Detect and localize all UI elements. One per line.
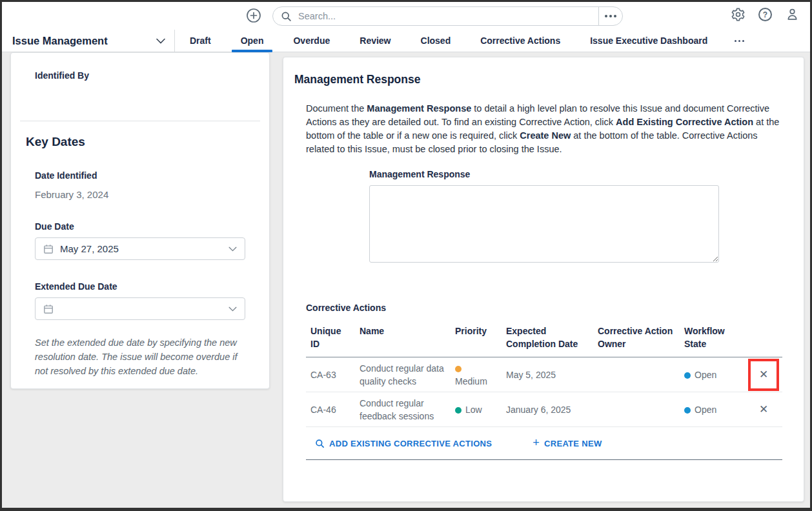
tabbar: Issue Management DraftOpenOverdueReviewC… [2, 30, 810, 52]
column-header-corrective-action-owner: Corrective Action Owner [598, 325, 684, 350]
app-window: ? Issue Management DraftOpenOverdueRevie… [0, 0, 812, 511]
search-icon [315, 439, 325, 448]
extended-due-date-label: Extended Due Date [35, 281, 269, 292]
app-menu-label: Issue Management [12, 35, 108, 47]
cell-name: Conduct regular data quality checks [360, 362, 455, 388]
panel-title: Management Response [294, 73, 781, 86]
add-button[interactable] [246, 8, 261, 23]
add-existing-label: ADD EXISTING CORRECTIVE ACTIONS [329, 439, 492, 448]
gear-icon [731, 7, 746, 22]
account-button[interactable] [785, 7, 800, 22]
tab-overdue[interactable]: Overdue [284, 30, 339, 52]
tab-review[interactable]: Review [350, 30, 400, 52]
extended-due-date-help-text: Set the extended due date by specifying … [35, 336, 251, 378]
search-icon [281, 11, 292, 22]
corrective-actions-table: Unique IDNamePriorityExpected Completion… [306, 321, 782, 460]
tab-overflow-button[interactable] [728, 30, 751, 52]
tab-issue-executive-dashboard[interactable]: Issue Executive Dashboard [581, 30, 716, 52]
status-dot [684, 372, 691, 379]
cell-actions: ✕ [745, 396, 782, 423]
table-footer: ADD EXISTING CORRECTIVE ACTIONS + CREATE… [306, 427, 782, 460]
details-panel: Identified By Key Dates Date Identified … [10, 52, 270, 389]
search-more-button[interactable] [598, 7, 622, 25]
management-response-textarea[interactable] [369, 185, 719, 263]
status-dot [455, 407, 462, 414]
date-identified-label: Date Identified [35, 170, 269, 181]
cell-expected-completion-date: January 6, 2025 [506, 403, 598, 416]
calendar-icon [43, 304, 54, 314]
corrective-actions-label: Corrective Actions [306, 303, 804, 313]
cell-actions: ✕ [745, 361, 782, 388]
status-dot [684, 407, 691, 414]
annotation-highlight-box: ✕ [748, 359, 779, 391]
management-response-field: Management Response [369, 169, 804, 265]
cell-name: Conduct regular feedback sessions [360, 397, 455, 423]
tab-closed[interactable]: Closed [412, 30, 460, 52]
chevron-down-icon [228, 246, 237, 252]
due-date-label: Due Date [35, 221, 269, 232]
due-date-picker[interactable]: May 27, 2025 [35, 237, 245, 260]
app-menu[interactable]: Issue Management [2, 30, 175, 52]
tab-corrective-actions[interactable]: Corrective Actions [471, 30, 569, 52]
chevron-down-icon [156, 38, 165, 44]
table-header-row: Unique IDNamePriorityExpected Completion… [306, 321, 782, 357]
tab-list: DraftOpenOverdueReviewClosedCorrective A… [175, 30, 722, 52]
remove-corrective-action-button[interactable]: ✕ [755, 403, 772, 416]
column-header-expected-completion-date: Expected Completion Date [506, 325, 598, 350]
identified-by-label: Identified By [35, 70, 269, 81]
cell-workflow-state: Open [684, 368, 745, 381]
add-existing-button[interactable]: ADD EXISTING CORRECTIVE ACTIONS [315, 439, 492, 448]
settings-button[interactable] [731, 7, 746, 22]
create-new-label: CREATE NEW [544, 439, 602, 448]
cell-priority: Low [455, 403, 506, 416]
column-header-priority: Priority [455, 325, 506, 337]
topbar-right-icons: ? [731, 7, 800, 22]
management-response-panel: Management Response Document the Managem… [283, 57, 804, 502]
tab-open[interactable]: Open [232, 30, 273, 52]
topbar: ? [2, 2, 810, 30]
chevron-down-icon [228, 306, 237, 312]
search-input[interactable] [297, 10, 598, 22]
table-body: CA-63Conduct regular data quality checks… [306, 357, 782, 427]
plus-circle-icon [246, 8, 261, 23]
status-dot [455, 366, 462, 372]
remove-corrective-action-button[interactable]: ✕ [755, 368, 772, 381]
calendar-icon [43, 244, 54, 254]
search-bar[interactable] [272, 6, 623, 26]
corrective-action-row-ca-63: CA-63Conduct regular data quality checks… [306, 357, 782, 392]
person-icon [785, 7, 800, 22]
cell-workflow-state: Open [684, 403, 745, 416]
tab-draft[interactable]: Draft [181, 30, 220, 52]
cell-priority: Medium [455, 362, 506, 388]
cell-expected-completion-date: May 5, 2025 [506, 368, 598, 381]
create-new-button[interactable]: + CREATE NEW [533, 438, 602, 448]
section-divider [20, 121, 260, 121]
management-response-label: Management Response [369, 169, 804, 179]
cell-unique-id: CA-46 [306, 403, 360, 416]
due-date-value: May 27, 2025 [60, 243, 228, 254]
help-button[interactable]: ? [758, 8, 772, 21]
panel-description: Document the Management Response to deta… [306, 102, 784, 156]
date-identified-value: February 3, 2024 [35, 189, 269, 200]
column-header-name: Name [360, 325, 455, 337]
key-dates-title: Key Dates [26, 135, 269, 149]
plus-icon: + [533, 437, 540, 448]
cell-unique-id: CA-63 [306, 368, 360, 381]
column-header-unique-id: Unique ID [306, 325, 360, 350]
corrective-action-row-ca-46: CA-46Conduct regular feedback sessionsLo… [306, 392, 782, 427]
help-icon: ? [758, 8, 772, 21]
extended-due-date-picker[interactable] [35, 297, 245, 320]
column-header-workflow-state: Workflow State [684, 325, 745, 350]
